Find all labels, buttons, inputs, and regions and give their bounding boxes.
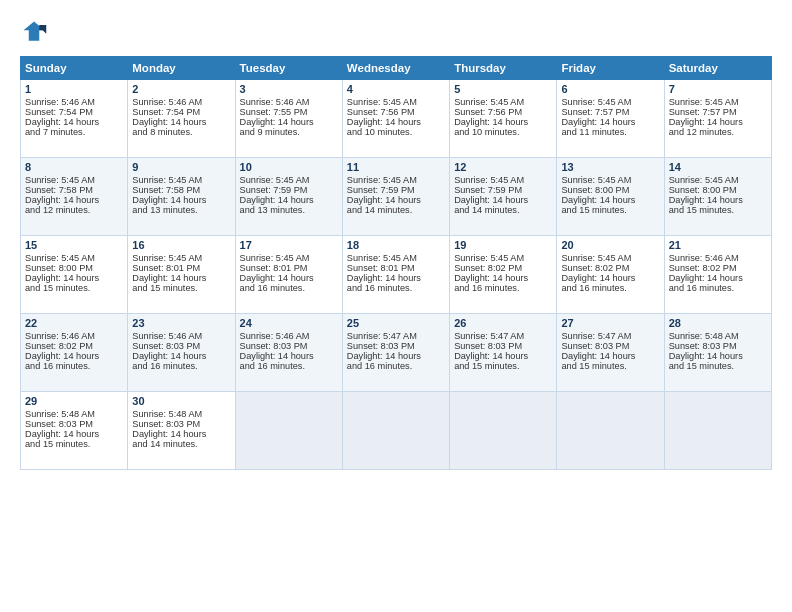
- day-info-line: Sunrise: 5:45 AM: [669, 175, 767, 185]
- header-day-sunday: Sunday: [21, 57, 128, 80]
- day-info-line: and 8 minutes.: [132, 127, 230, 137]
- calendar-cell: 23Sunrise: 5:46 AMSunset: 8:03 PMDayligh…: [128, 314, 235, 392]
- calendar-cell: [342, 392, 449, 470]
- day-info-line: and 10 minutes.: [454, 127, 552, 137]
- day-info-line: and 15 minutes.: [454, 361, 552, 371]
- day-number: 23: [132, 317, 230, 329]
- calendar-cell: [557, 392, 664, 470]
- calendar-cell: 8Sunrise: 5:45 AMSunset: 7:58 PMDaylight…: [21, 158, 128, 236]
- week-row-2: 15Sunrise: 5:45 AMSunset: 8:00 PMDayligh…: [21, 236, 772, 314]
- day-info-line: Sunrise: 5:45 AM: [132, 175, 230, 185]
- day-info-line: Sunrise: 5:45 AM: [561, 253, 659, 263]
- day-info-line: and 15 minutes.: [561, 361, 659, 371]
- day-info-line: Sunrise: 5:47 AM: [454, 331, 552, 341]
- day-number: 21: [669, 239, 767, 251]
- day-number: 29: [25, 395, 123, 407]
- day-info-line: and 15 minutes.: [669, 205, 767, 215]
- day-info-line: and 14 minutes.: [347, 205, 445, 215]
- header-day-monday: Monday: [128, 57, 235, 80]
- day-number: 9: [132, 161, 230, 173]
- day-info-line: and 12 minutes.: [25, 205, 123, 215]
- calendar-cell: 17Sunrise: 5:45 AMSunset: 8:01 PMDayligh…: [235, 236, 342, 314]
- calendar-cell: 15Sunrise: 5:45 AMSunset: 8:00 PMDayligh…: [21, 236, 128, 314]
- day-info-line: Sunset: 8:00 PM: [669, 185, 767, 195]
- day-info-line: Sunset: 7:56 PM: [347, 107, 445, 117]
- day-number: 22: [25, 317, 123, 329]
- day-info-line: and 15 minutes.: [669, 361, 767, 371]
- day-number: 7: [669, 83, 767, 95]
- calendar-body: 1Sunrise: 5:46 AMSunset: 7:54 PMDaylight…: [21, 80, 772, 470]
- header: [20, 18, 772, 46]
- day-info-line: Sunset: 7:59 PM: [454, 185, 552, 195]
- day-info-line: Daylight: 14 hours: [240, 117, 338, 127]
- calendar-cell: 20Sunrise: 5:45 AMSunset: 8:02 PMDayligh…: [557, 236, 664, 314]
- day-info-line: Sunset: 8:03 PM: [669, 341, 767, 351]
- day-info-line: Daylight: 14 hours: [132, 195, 230, 205]
- day-number: 6: [561, 83, 659, 95]
- day-info-line: Sunrise: 5:45 AM: [561, 175, 659, 185]
- day-info-line: and 16 minutes.: [25, 361, 123, 371]
- header-row: SundayMondayTuesdayWednesdayThursdayFrid…: [21, 57, 772, 80]
- day-info-line: Sunset: 7:58 PM: [132, 185, 230, 195]
- day-info-line: Daylight: 14 hours: [669, 195, 767, 205]
- day-info-line: Sunrise: 5:46 AM: [132, 331, 230, 341]
- day-info-line: Sunrise: 5:48 AM: [669, 331, 767, 341]
- day-info-line: Sunrise: 5:46 AM: [240, 97, 338, 107]
- calendar-cell: 27Sunrise: 5:47 AMSunset: 8:03 PMDayligh…: [557, 314, 664, 392]
- day-info-line: and 16 minutes.: [347, 283, 445, 293]
- day-info-line: Sunrise: 5:45 AM: [561, 97, 659, 107]
- calendar-cell: 7Sunrise: 5:45 AMSunset: 7:57 PMDaylight…: [664, 80, 771, 158]
- day-number: 11: [347, 161, 445, 173]
- day-info-line: Daylight: 14 hours: [25, 273, 123, 283]
- calendar-cell: 25Sunrise: 5:47 AMSunset: 8:03 PMDayligh…: [342, 314, 449, 392]
- calendar-cell: [450, 392, 557, 470]
- day-number: 12: [454, 161, 552, 173]
- day-info-line: Sunset: 7:54 PM: [132, 107, 230, 117]
- calendar-cell: 4Sunrise: 5:45 AMSunset: 7:56 PMDaylight…: [342, 80, 449, 158]
- day-info-line: and 14 minutes.: [132, 439, 230, 449]
- day-info-line: Sunrise: 5:46 AM: [240, 331, 338, 341]
- calendar-cell: 16Sunrise: 5:45 AMSunset: 8:01 PMDayligh…: [128, 236, 235, 314]
- day-info-line: Daylight: 14 hours: [25, 117, 123, 127]
- day-info-line: Daylight: 14 hours: [454, 117, 552, 127]
- day-info-line: and 16 minutes.: [240, 283, 338, 293]
- day-info-line: Sunrise: 5:45 AM: [25, 253, 123, 263]
- day-number: 20: [561, 239, 659, 251]
- header-day-thursday: Thursday: [450, 57, 557, 80]
- calendar-cell: 1Sunrise: 5:46 AMSunset: 7:54 PMDaylight…: [21, 80, 128, 158]
- day-info-line: Sunset: 7:55 PM: [240, 107, 338, 117]
- day-info-line: Daylight: 14 hours: [454, 351, 552, 361]
- day-number: 15: [25, 239, 123, 251]
- calendar-cell: 21Sunrise: 5:46 AMSunset: 8:02 PMDayligh…: [664, 236, 771, 314]
- day-info-line: Daylight: 14 hours: [454, 195, 552, 205]
- day-info-line: Sunset: 8:02 PM: [561, 263, 659, 273]
- day-info-line: Daylight: 14 hours: [132, 429, 230, 439]
- page: SundayMondayTuesdayWednesdayThursdayFrid…: [0, 0, 792, 612]
- day-info-line: Sunrise: 5:45 AM: [240, 175, 338, 185]
- day-info-line: Sunset: 7:56 PM: [454, 107, 552, 117]
- calendar-cell: 12Sunrise: 5:45 AMSunset: 7:59 PMDayligh…: [450, 158, 557, 236]
- day-number: 10: [240, 161, 338, 173]
- calendar-cell: 9Sunrise: 5:45 AMSunset: 7:58 PMDaylight…: [128, 158, 235, 236]
- day-info-line: Sunrise: 5:46 AM: [25, 97, 123, 107]
- calendar-cell: 28Sunrise: 5:48 AMSunset: 8:03 PMDayligh…: [664, 314, 771, 392]
- day-info-line: and 16 minutes.: [132, 361, 230, 371]
- calendar-cell: 30Sunrise: 5:48 AMSunset: 8:03 PMDayligh…: [128, 392, 235, 470]
- day-info-line: Sunrise: 5:45 AM: [25, 175, 123, 185]
- day-info-line: Sunrise: 5:45 AM: [454, 97, 552, 107]
- day-info-line: Sunset: 7:59 PM: [240, 185, 338, 195]
- day-info-line: Sunset: 8:03 PM: [454, 341, 552, 351]
- day-info-line: and 16 minutes.: [240, 361, 338, 371]
- header-day-tuesday: Tuesday: [235, 57, 342, 80]
- day-number: 19: [454, 239, 552, 251]
- day-info-line: Daylight: 14 hours: [347, 195, 445, 205]
- calendar-cell: 22Sunrise: 5:46 AMSunset: 8:02 PMDayligh…: [21, 314, 128, 392]
- day-info-line: Daylight: 14 hours: [347, 117, 445, 127]
- day-info-line: Daylight: 14 hours: [561, 273, 659, 283]
- day-info-line: and 15 minutes.: [132, 283, 230, 293]
- day-info-line: and 16 minutes.: [669, 283, 767, 293]
- day-info-line: Sunset: 8:02 PM: [669, 263, 767, 273]
- day-number: 8: [25, 161, 123, 173]
- calendar-cell: [664, 392, 771, 470]
- day-info-line: Sunrise: 5:46 AM: [132, 97, 230, 107]
